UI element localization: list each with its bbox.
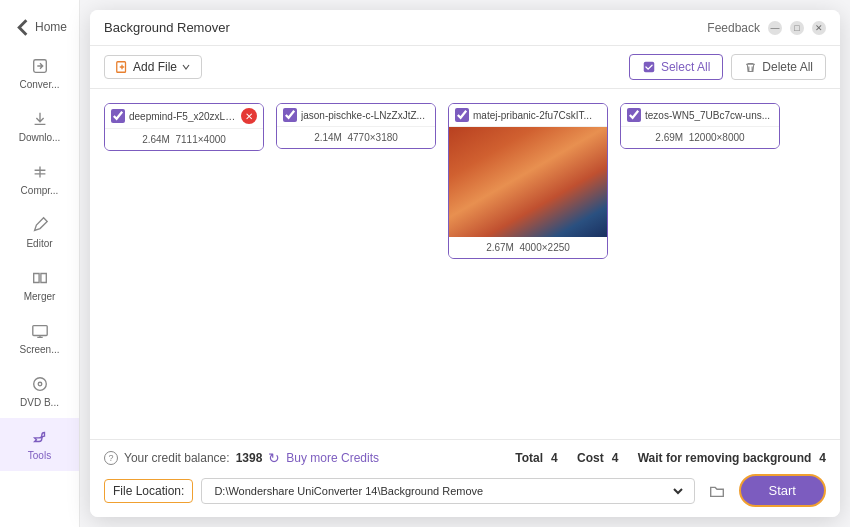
card-remove-button[interactable]: ✕: [241, 108, 257, 124]
card-info: 2.14M 4770×3180: [277, 127, 435, 148]
file-location-selector[interactable]: D:\Wondershare UniConverter 14\Backgroun…: [201, 478, 694, 504]
dialog-toolbar: Add File Select All: [90, 46, 840, 89]
sidebar-item-label: Compr...: [21, 185, 59, 196]
total-label: Total: [515, 451, 543, 465]
image-card[interactable]: matej-pribanic-2fu7CskIT... 2.67M 4000×2…: [448, 103, 608, 259]
file-path-select[interactable]: D:\Wondershare UniConverter 14\Backgroun…: [210, 484, 685, 498]
card-image: [449, 127, 607, 237]
sidebar-item-label: Merger: [24, 291, 56, 302]
sidebar-item-compress[interactable]: Compr...: [0, 153, 79, 206]
file-location-label: File Location:: [104, 479, 193, 503]
cost-value: 4: [612, 451, 619, 465]
delete-all-button[interactable]: Delete All: [731, 54, 826, 80]
card-filename: jason-pischke-c-LNzZxJtZ...: [301, 110, 429, 121]
sidebar-back-button[interactable]: Home: [0, 8, 79, 47]
sidebar-item-convert[interactable]: Conver...: [0, 47, 79, 100]
buy-credits-link[interactable]: Buy more Credits: [286, 451, 379, 465]
select-all-button[interactable]: Select All: [629, 54, 723, 80]
sidebar-item-label: Conver...: [19, 79, 59, 90]
image-grid: deepmind-F5_x20zxLEI-u... ✕ Click to che…: [90, 89, 840, 439]
folder-icon: [708, 482, 726, 500]
sidebar-item-editor[interactable]: Editor: [0, 206, 79, 259]
wait-label: Wait for removing background: [638, 451, 812, 465]
start-button[interactable]: Start: [739, 474, 826, 507]
card-info: 2.67M 4000×2250: [449, 237, 607, 258]
dropdown-arrow-icon: [181, 62, 191, 72]
card-header: tezos-WN5_7UBc7cw-uns...: [621, 104, 779, 127]
sidebar-back-label: Home: [35, 20, 67, 34]
add-file-label: Add File: [133, 60, 177, 74]
refresh-icon[interactable]: ↻: [268, 450, 280, 466]
sidebar-item-dvd[interactable]: DVD B...: [0, 365, 79, 418]
close-button[interactable]: ✕: [812, 21, 826, 35]
total-value: 4: [551, 451, 558, 465]
card-info: 2.69M 12000×8000: [621, 127, 779, 148]
maximize-button[interactable]: □: [790, 21, 804, 35]
select-all-label: Select All: [661, 60, 710, 74]
add-file-button[interactable]: Add File: [104, 55, 202, 79]
sidebar-item-merger[interactable]: Merger: [0, 259, 79, 312]
svg-rect-1: [32, 326, 46, 336]
card-header: matej-pribanic-2fu7CskIT...: [449, 104, 607, 127]
sidebar-item-label: Tools: [28, 450, 51, 461]
card-checkbox[interactable]: [627, 108, 641, 122]
image-card[interactable]: tezos-WN5_7UBc7cw-uns... 2.69M 12000×800…: [620, 103, 780, 149]
card-filename: matej-pribanic-2fu7CskIT...: [473, 110, 601, 121]
toolbar-right: Select All Delete All: [629, 54, 826, 80]
card-header: deepmind-F5_x20zxLEI-u... ✕: [105, 104, 263, 129]
checkbox-icon: [642, 60, 656, 74]
svg-point-2: [33, 378, 46, 391]
feedback-link[interactable]: Feedback: [707, 21, 760, 35]
sidebar-item-label: Editor: [26, 238, 52, 249]
card-info: 2.64M 7111×4000: [105, 129, 263, 150]
card-checkbox[interactable]: [111, 109, 125, 123]
add-file-icon: [115, 60, 129, 74]
sidebar-item-label: Downlo...: [19, 132, 61, 143]
sidebar: Home Conver... Downlo... Compr... Editor…: [0, 0, 80, 527]
card-header: jason-pischke-c-LNzZxJtZ...: [277, 104, 435, 127]
footer-bottom: File Location: D:\Wondershare UniConvert…: [104, 474, 826, 507]
image-card[interactable]: deepmind-F5_x20zxLEI-u... ✕ Click to che…: [104, 103, 264, 151]
main-area: Background Remover Feedback — □ ✕ Add Fi…: [80, 0, 850, 527]
card-checkbox[interactable]: [283, 108, 297, 122]
footer-stats: Total 4 Cost 4 Wait for removing backgro…: [515, 451, 826, 465]
sidebar-item-tools[interactable]: Tools: [0, 418, 79, 471]
sidebar-item-label: Screen...: [19, 344, 59, 355]
footer-info: ? Your credit balance: 1398 ↻ Buy more C…: [104, 450, 826, 466]
credit-value: 1398: [236, 451, 263, 465]
delete-icon: [744, 61, 757, 74]
svg-point-3: [38, 382, 42, 386]
image-card[interactable]: jason-pischke-c-LNzZxJtZ... 2.14M 4770×3…: [276, 103, 436, 149]
minimize-button[interactable]: —: [768, 21, 782, 35]
sidebar-item-download[interactable]: Downlo...: [0, 100, 79, 153]
dialog-controls: Feedback — □ ✕: [707, 21, 826, 35]
sidebar-item-label: DVD B...: [20, 397, 59, 408]
credit-label: Your credit balance:: [124, 451, 230, 465]
dialog-footer: ? Your credit balance: 1398 ↻ Buy more C…: [90, 439, 840, 517]
toolbar-left: Add File: [104, 55, 202, 79]
wait-value: 4: [819, 451, 826, 465]
delete-all-label: Delete All: [762, 60, 813, 74]
background-remover-dialog: Background Remover Feedback — □ ✕ Add Fi…: [90, 10, 840, 517]
info-icon: ?: [104, 451, 118, 465]
sidebar-item-screen[interactable]: Screen...: [0, 312, 79, 365]
card-filename: tezos-WN5_7UBc7cw-uns...: [645, 110, 773, 121]
dialog-titlebar: Background Remover Feedback — □ ✕: [90, 10, 840, 46]
dialog-title: Background Remover: [104, 20, 230, 35]
card-filename: deepmind-F5_x20zxLEI-u...: [129, 111, 237, 122]
card-checkbox[interactable]: [455, 108, 469, 122]
browse-folder-button[interactable]: [703, 477, 731, 505]
cost-label: Cost: [577, 451, 604, 465]
